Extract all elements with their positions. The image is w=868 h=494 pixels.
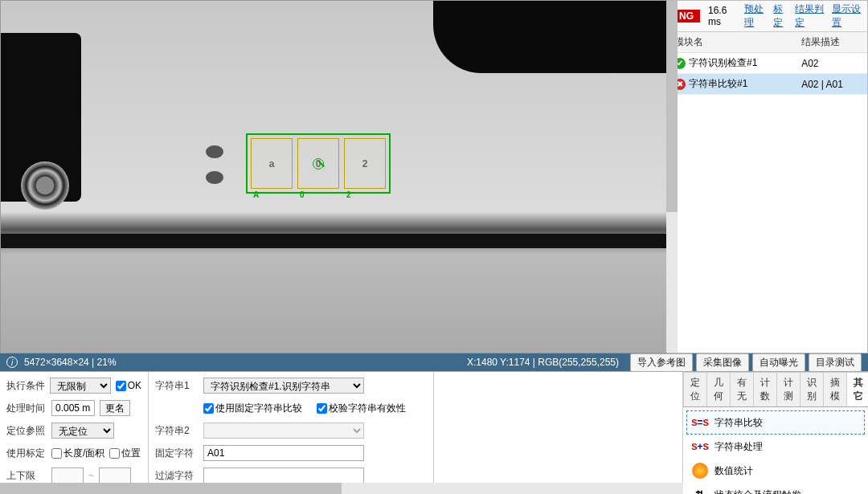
status-bar: NG 16.6 ms 预处理 标定 结果判定 显示设置 (668, 1, 867, 32)
string-compare-icon: S=S (692, 414, 708, 431)
empty-panel (434, 372, 683, 494)
tool-string-process[interactable]: S+S 字符串处理 (686, 435, 865, 459)
tab-other[interactable]: 其它 (846, 372, 868, 406)
filter-string-input[interactable] (203, 467, 364, 484)
directory-test-button[interactable]: 目录测试 (809, 353, 862, 372)
tab-locate[interactable]: 定位 (683, 372, 707, 406)
range-max-input (99, 467, 131, 484)
module-settings-panel: 执行条件 无限制 OK 处理时间 更名 定位参照 无定位 使用标定 长度/面积 … (0, 372, 149, 494)
viewer-vscrollbar[interactable] (666, 1, 678, 353)
capture-image-button[interactable]: 采集图像 (696, 353, 749, 372)
statistics-icon (692, 463, 708, 479)
tool-string-compare[interactable]: S=S 字符串比较 (686, 410, 865, 435)
string-process-icon: S+S (692, 439, 708, 455)
part-feature-dots (206, 145, 223, 184)
fixed-string-input[interactable] (203, 445, 364, 461)
loc-ref-select[interactable]: 无定位 (51, 423, 114, 439)
link-preprocess[interactable]: 预处理 (744, 2, 767, 30)
range-min-input (51, 467, 84, 484)
flow-icon: ⇅ (692, 487, 708, 494)
link-judgment[interactable]: 结果判定 (795, 2, 825, 30)
ocr-roi[interactable]: aA 00 22 (246, 133, 391, 194)
toolbox-tabs: 定位 几何 有无 计数 计测 识别 摘模 其它 (683, 372, 868, 407)
rename-button[interactable]: 更名 (100, 400, 130, 416)
tab-count[interactable]: 计数 (753, 372, 777, 406)
cursor-coordinates: X:1480 Y:1174 | RGB(255,255,255) (467, 357, 619, 368)
col-result-desc[interactable]: 结果描述 (795, 32, 867, 53)
char-box-0: aA (251, 138, 293, 189)
exec-condition-label: 执行条件 (6, 379, 45, 393)
use-calib-label: 使用标定 (6, 447, 47, 460)
proc-time-label: 处理时间 (6, 402, 47, 415)
loc-ref-label: 定位参照 (6, 424, 47, 438)
use-fixed-checkbox[interactable] (203, 403, 214, 414)
len-area-checkbox[interactable] (51, 448, 62, 459)
string1-label: 字符串1 (155, 379, 199, 393)
image-dimensions: 5472×3648×24 | 21% (24, 357, 117, 368)
tab-measure[interactable]: 计测 (776, 372, 800, 406)
char-box-1: 00 (297, 138, 339, 189)
result-row-ok[interactable]: 字符识别检查#1A02 (668, 53, 867, 74)
link-calibration[interactable]: 标定 (773, 2, 788, 30)
toolbox-panel: 定位 几何 有无 计数 计测 识别 摘模 其它 S=S 字符串比较 S+S 字符… (683, 372, 868, 494)
info-bar: i 5472×3648×24 | 21% X:1480 Y:1174 | RGB… (0, 353, 868, 371)
tab-recognize[interactable]: 识别 (800, 372, 824, 406)
link-display-settings[interactable]: 显示设置 (832, 2, 862, 30)
part-feature-bolt (21, 161, 69, 210)
import-reference-button[interactable]: 导入参考图 (630, 353, 693, 372)
position-checkbox[interactable] (109, 448, 120, 459)
tab-geometry[interactable]: 几何 (706, 372, 731, 406)
target-icon (313, 158, 324, 169)
part-feature-corner (433, 1, 666, 73)
validate-checkbox[interactable] (317, 403, 327, 414)
tool-state-flow[interactable]: ⇅ 状态统合及流程触发 (686, 483, 865, 494)
image-viewer[interactable]: aA 00 22 (0, 0, 667, 353)
result-row-ng[interactable]: 字符串比较#1A02 | A01 (668, 74, 867, 95)
col-module-name[interactable]: 模块名 (668, 32, 795, 53)
string2-label: 字符串2 (155, 424, 199, 438)
filter-string-label: 过滤字符 (155, 469, 199, 483)
string1-select[interactable]: 字符识别检查#1.识别字符串 (203, 378, 364, 394)
info-icon: i (6, 357, 18, 368)
auto-exposure-button[interactable]: 自动曝光 (752, 353, 805, 372)
ok-checkbox[interactable] (116, 381, 126, 391)
result-table: 模块名 结果描述 字符识别检查#1A02 字符串比较#1A02 | A01 (668, 32, 867, 95)
lower-hscrollbar[interactable] (0, 483, 683, 494)
range-label: 上下限 (6, 469, 47, 483)
tab-presence[interactable]: 有无 (730, 372, 754, 406)
exec-condition-select[interactable]: 无限制 (50, 378, 111, 394)
processing-time: 16.6 ms (708, 5, 736, 27)
tab-template[interactable]: 摘模 (823, 372, 847, 406)
results-panel: NG 16.6 ms 预处理 标定 结果判定 显示设置 模块名 结果描述 字符识… (667, 0, 868, 353)
fixed-string-label: 固定字符 (155, 447, 199, 460)
char-box-2: 22 (344, 138, 386, 189)
inspection-image: aA 00 22 (1, 1, 666, 353)
part-feature-band (1, 234, 666, 248)
proc-time-input[interactable] (51, 400, 95, 416)
tool-statistics[interactable]: 数值统计 (686, 459, 865, 483)
string-compare-panel: 字符串1 字符识别检查#1.识别字符串 使用固定字符串比较 校验字符串有效性 字… (149, 372, 434, 494)
string2-select (203, 423, 364, 439)
